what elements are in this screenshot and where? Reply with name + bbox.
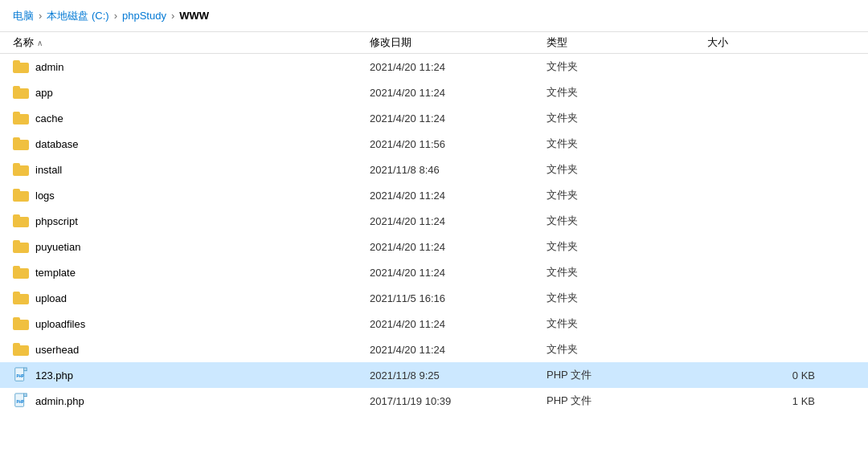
file-date-cell: 2017/11/19 10:39 [370,395,547,407]
file-size-cell: 1 KB [707,395,828,407]
file-name-text: admin [35,61,63,73]
file-type-cell: 文件夹 [547,265,707,280]
file-name-cell: admin [0,60,370,73]
file-date-cell: 2021/4/20 11:56 [370,138,547,150]
file-date-cell: 2021/4/20 11:24 [370,344,547,356]
file-type-cell: 文件夹 [547,111,707,125]
file-name-text: 123.php [35,369,73,382]
table-row[interactable]: cache2021/4/20 11:24文件夹 [0,105,868,131]
php-file-icon: PHP [13,393,29,409]
col-name-label: 名称 [13,35,34,50]
file-type-cell: 文件夹 [547,214,707,228]
breadcrumb-bar: 电脑 › 本地磁盘 (C:) › phpStudy › WWW [0,0,868,32]
file-type-cell: 文件夹 [547,85,707,100]
file-date-cell: 2021/11/5 16:16 [370,292,547,304]
col-size-header[interactable]: 大小 [707,35,828,50]
file-name-text: uploadfiles [35,318,85,330]
file-date-cell: 2021/4/20 11:24 [370,87,547,99]
sort-arrow-icon: ∧ [37,39,43,47]
table-row[interactable]: template2021/4/20 11:24文件夹 [0,259,868,285]
file-name-cell: PHP admin.php [0,393,370,409]
file-name-cell: template [0,266,370,279]
file-name-cell: logs [0,189,370,202]
breadcrumb-separator-1: › [114,10,117,22]
php-file-icon: PHP [13,367,29,383]
column-header: 名称 ∧ 修改日期 类型 大小 [0,32,868,54]
file-name-text: install [35,164,62,176]
folder-icon [13,189,29,202]
file-name-text: admin.php [35,395,84,407]
table-row[interactable]: PHP 123.php2021/11/8 9:25PHP 文件0 KB [0,362,868,388]
file-name-cell: userhead [0,343,370,356]
folder-icon [13,86,29,99]
file-date-cell: 2021/4/20 11:24 [370,318,547,330]
file-date-cell: 2021/11/8 9:25 [370,369,547,382]
folder-icon [13,292,29,304]
table-row[interactable]: puyuetian2021/4/20 11:24文件夹 [0,234,868,259]
file-name-cell: PHP 123.php [0,367,370,383]
table-row[interactable]: install2021/11/8 8:46文件夹 [0,157,868,182]
folder-icon [13,112,29,124]
file-name-text: userhead [35,344,79,356]
table-row[interactable]: PHP admin.php2017/11/19 10:39PHP 文件1 KB [0,388,868,414]
col-type-header[interactable]: 类型 [547,35,707,50]
file-size-cell: 0 KB [707,369,828,382]
file-explorer: 名称 ∧ 修改日期 类型 大小 admin2021/4/20 11:24文件夹a… [0,32,868,457]
file-date-cell: 2021/4/20 11:24 [370,215,547,227]
folder-icon [13,317,29,330]
table-row[interactable]: logs2021/4/20 11:24文件夹 [0,182,868,208]
folder-icon [13,137,29,150]
breadcrumb-item-disk[interactable]: 本地磁盘 (C:) [47,9,108,23]
file-date-cell: 2021/4/20 11:24 [370,61,547,73]
file-date-cell: 2021/4/20 11:24 [370,112,547,124]
svg-rect-2 [24,368,27,371]
svg-text:PHP: PHP [17,400,24,404]
breadcrumb-separator-2: › [171,10,174,22]
file-date-cell: 2021/11/8 8:46 [370,164,547,176]
folder-icon [13,240,29,253]
folder-icon [13,60,29,73]
file-name-cell: database [0,137,370,150]
file-date-cell: 2021/4/20 11:24 [370,267,547,279]
file-list: admin2021/4/20 11:24文件夹app2021/4/20 11:2… [0,54,868,457]
file-date-cell: 2021/4/20 11:24 [370,190,547,202]
file-name-cell: puyuetian [0,240,370,253]
file-name-text: phpscript [35,215,78,227]
file-name-cell: uploadfiles [0,317,370,330]
folder-icon [13,214,29,227]
file-name-cell: cache [0,112,370,124]
file-name-cell: upload [0,292,370,304]
file-type-cell: 文件夹 [547,239,707,254]
file-name-cell: install [0,163,370,176]
table-row[interactable]: admin2021/4/20 11:24文件夹 [0,54,868,80]
col-date-header[interactable]: 修改日期 [370,35,547,50]
file-name-cell: app [0,86,370,99]
table-row[interactable]: uploadfiles2021/4/20 11:24文件夹 [0,311,868,337]
file-name-cell: phpscript [0,214,370,227]
file-type-cell: 文件夹 [547,316,707,331]
file-name-text: logs [35,190,55,202]
table-row[interactable]: upload2021/11/5 16:16文件夹 [0,285,868,311]
table-row[interactable]: app2021/4/20 11:24文件夹 [0,80,868,105]
file-type-cell: 文件夹 [547,137,707,151]
file-type-cell: PHP 文件 [547,368,707,382]
breadcrumb-item-phpstudy[interactable]: phpStudy [122,10,166,22]
file-type-cell: 文件夹 [547,188,707,202]
file-type-cell: 文件夹 [547,342,707,357]
file-name-text: upload [35,292,67,304]
file-type-cell: 文件夹 [547,59,707,74]
file-type-cell: PHP 文件 [547,394,707,408]
breadcrumb-separator-0: › [39,10,42,22]
table-row[interactable]: phpscript2021/4/20 11:24文件夹 [0,208,868,234]
folder-icon [13,343,29,356]
breadcrumb-item-computer[interactable]: 电脑 [13,9,34,23]
file-date-cell: 2021/4/20 11:24 [370,241,547,253]
file-name-text: template [35,267,76,279]
file-name-text: database [35,138,79,150]
table-row[interactable]: userhead2021/4/20 11:24文件夹 [0,337,868,362]
breadcrumb-item-www: WWW [179,10,209,22]
file-name-text: puyuetian [35,241,80,253]
col-name-header[interactable]: 名称 ∧ [0,35,370,50]
table-row[interactable]: database2021/4/20 11:56文件夹 [0,131,868,157]
file-name-text: app [35,87,53,99]
